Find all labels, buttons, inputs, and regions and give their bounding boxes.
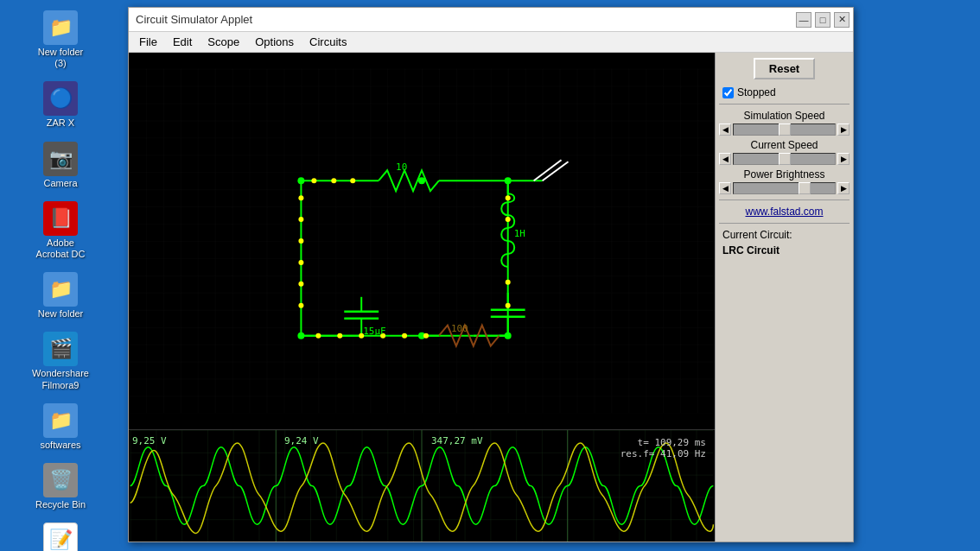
svg-point-48 (506, 217, 511, 222)
svg-point-46 (350, 178, 355, 183)
svg-point-34 (298, 238, 303, 244)
main-window: Circuit Simulator Applet — □ ✕ File Edit… (128, 7, 854, 542)
power-brightness-section: Power Brightness ◀ ▶ (719, 168, 850, 194)
svg-point-45 (331, 178, 336, 183)
minimize-button[interactable]: — (796, 12, 811, 28)
desktop-icon-wondershare[interactable]: 🎬 Wondershare Filmora9 (30, 328, 91, 394)
desktop-icon-new-folder-1[interactable]: 📁 New folder (3) (30, 7, 91, 73)
icon-label: Wondershare Filmora9 (32, 368, 89, 390)
power-brightness-track[interactable] (733, 182, 836, 194)
svg-point-32 (298, 195, 303, 200)
close-button[interactable]: ✕ (834, 12, 850, 28)
svg-text:10: 10 (396, 162, 407, 173)
svg-point-28 (505, 177, 512, 184)
desktop-icon-zarx[interactable]: 🔵 ZAR X (30, 78, 91, 132)
reset-button[interactable]: Reset (754, 58, 815, 79)
svg-point-42 (402, 333, 407, 339)
time-display: t= 109,29 ms res.f= 41,09 Hz (620, 437, 706, 459)
current-speed-track[interactable] (733, 153, 836, 165)
desktop-icon-softwares[interactable]: 📁 softwares (30, 400, 91, 454)
sim-speed-track[interactable] (733, 124, 836, 136)
icon-label: Adobe Acrobat DC (34, 238, 87, 260)
desktop-icon-notepad[interactable]: 📝 notepad.txt (30, 519, 91, 551)
scope-voltage1: 9,25 V (132, 435, 167, 446)
divider-1 (719, 104, 850, 104)
divider-2 (719, 200, 850, 200)
sim-speed-label: Simulation Speed (743, 110, 824, 122)
sim-speed-thumb[interactable] (779, 124, 791, 136)
svg-text:15µF: 15µF (363, 326, 385, 337)
stopped-row: Stopped (719, 86, 850, 98)
svg-point-39 (337, 333, 342, 339)
menu-file[interactable]: File (132, 34, 164, 50)
icon-label: Camera (43, 178, 77, 189)
svg-point-43 (423, 333, 429, 339)
svg-rect-0 (129, 69, 715, 414)
menu-options[interactable]: Options (248, 34, 301, 50)
svg-point-36 (298, 282, 303, 287)
right-panel: Reset Stopped Simulation Speed ◀ ▶ Curre… (715, 53, 853, 542)
circuit-canvas[interactable]: 10 1H 15µF 100 (129, 53, 715, 542)
svg-point-26 (297, 177, 304, 184)
stopped-checkbox[interactable] (722, 87, 734, 98)
menu-circuits[interactable]: Circuits (302, 34, 353, 50)
desktop-icon-recycle[interactable]: 🗑️ Recycle Bin (30, 459, 91, 514)
window-body: 10 1H 15µF 100 (129, 53, 853, 542)
desktop-icon-new-folder-2[interactable]: 📁 New folder (30, 269, 91, 323)
current-speed-thumb[interactable] (779, 153, 791, 165)
power-brightness-right-arrow[interactable]: ▶ (837, 182, 850, 194)
power-brightness-slider-row: ◀ ▶ (719, 182, 850, 194)
icon-label: Recycle Bin (35, 499, 86, 510)
menu-edit[interactable]: Edit (166, 34, 199, 50)
svg-point-38 (315, 333, 321, 339)
sim-speed-right-arrow[interactable]: ▶ (837, 124, 850, 136)
menu-scope[interactable]: Scope (200, 34, 246, 50)
menu-bar: File Edit Scope Options Circuits (129, 32, 853, 53)
current-speed-label: Current Speed (750, 139, 818, 151)
svg-text:100: 100 (451, 323, 468, 334)
svg-point-29 (505, 332, 512, 339)
current-speed-section: Current Speed ◀ ▶ (719, 139, 850, 165)
svg-point-47 (506, 195, 511, 200)
title-bar: Circuit Simulator Applet — □ ✕ (129, 8, 853, 32)
scope-area: 9,25 V 9,24 V 347,27 mV t= 109,29 ms res… (129, 429, 715, 542)
desktop-icon-adobe[interactable]: 📕 Adobe Acrobat DC (30, 198, 91, 263)
svg-point-31 (418, 177, 425, 184)
desktop-icon-camera[interactable]: 📷 Camera (30, 138, 91, 193)
current-speed-left-arrow[interactable]: ◀ (719, 153, 731, 165)
svg-point-37 (298, 303, 303, 308)
circuit-name: LRC Circuit (719, 244, 850, 256)
website-link[interactable]: www.falstad.com (745, 206, 823, 218)
scope-voltage2: 9,24 V (284, 435, 319, 446)
scope-time: t= 109,29 ms (620, 437, 706, 448)
icon-label: New folder (38, 308, 84, 320)
circuit-svg: 10 1H 15µF 100 (129, 53, 715, 429)
svg-point-44 (311, 178, 316, 183)
scope-resf: res.f= 41,09 Hz (620, 448, 706, 459)
power-brightness-left-arrow[interactable]: ◀ (719, 182, 731, 194)
desktop-icons: 📁 New folder (3) 🔵 ZAR X 📷 Camera 📕 Adob… (0, 0, 121, 551)
svg-text:1H: 1H (514, 228, 525, 239)
power-brightness-thumb[interactable] (799, 182, 811, 194)
sim-speed-left-arrow[interactable]: ◀ (719, 124, 731, 136)
current-speed-right-arrow[interactable]: ▶ (837, 153, 850, 165)
svg-point-49 (506, 280, 511, 285)
title-bar-controls: — □ ✕ (796, 12, 850, 28)
simulation-speed-section: Simulation Speed ◀ ▶ (719, 110, 850, 136)
svg-point-33 (298, 217, 303, 222)
icon-label: New folder (3) (34, 47, 87, 69)
svg-point-35 (298, 260, 303, 265)
divider-3 (719, 223, 850, 224)
icon-label: softwares (40, 440, 80, 451)
icon-label: ZAR X (47, 117, 74, 129)
power-brightness-label: Power Brightness (743, 168, 824, 180)
current-speed-slider-row: ◀ ▶ (719, 153, 850, 165)
stopped-label: Stopped (737, 86, 776, 98)
svg-point-27 (297, 332, 304, 339)
scope-voltage3: 347,27 mV (431, 435, 483, 446)
maximize-button[interactable]: □ (815, 12, 830, 28)
current-circuit-label: Current Circuit: (719, 229, 850, 241)
window-title: Circuit Simulator Applet (132, 13, 252, 26)
svg-point-50 (506, 303, 511, 308)
sim-speed-slider-row: ◀ ▶ (719, 124, 850, 136)
